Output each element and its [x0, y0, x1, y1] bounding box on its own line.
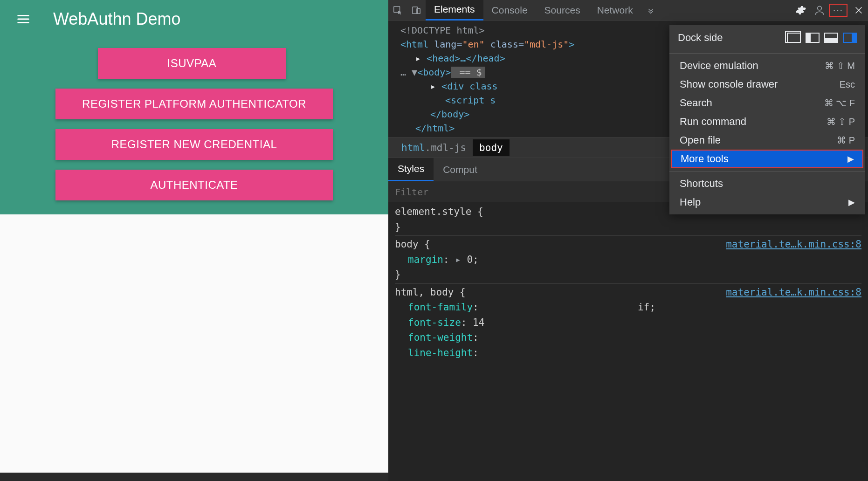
dom-div: <div class [441, 81, 497, 92]
css-lh: line-height [408, 347, 473, 358]
dom-collapse-prefix: … ▼ [400, 67, 417, 78]
webpage-viewport: WebAuthn Demo ISUVPAA REGISTER PLATFORM … [0, 0, 388, 481]
menu-run-command[interactable]: Run command⌘ ⇧ P [669, 112, 865, 131]
menu-help[interactable]: Help▶ [669, 193, 865, 212]
css-brace-close-2: } [395, 269, 401, 280]
dom-class-val: "mdl-js" [524, 39, 569, 50]
css-brace-close: } [395, 221, 401, 233]
svg-rect-2 [417, 8, 420, 14]
page-title: WebAuthn Demo [53, 9, 180, 29]
dom-body-close: </body> [430, 109, 469, 120]
css-if: if; [638, 302, 655, 313]
dom-script: <script s [445, 95, 496, 106]
page-body [0, 214, 388, 473]
page-footer-bar [0, 473, 388, 481]
css-fw: font-weight [408, 332, 473, 343]
menu-shortcuts-label: Shortcuts [680, 178, 855, 190]
crumb-html[interactable]: html.mdl-js [395, 139, 473, 156]
menu-device-emulation[interactable]: Device emulation⌘ ⇧ M [669, 56, 865, 75]
chevron-right-icon: ▶ [847, 154, 854, 164]
dom-selected-indicator: == $ [451, 67, 484, 78]
menu-search[interactable]: Search⌘ ⌥ F [669, 94, 865, 112]
tab-elements[interactable]: Elements [426, 0, 483, 21]
authenticate-button[interactable]: AUTHENTICATE [55, 170, 333, 200]
tab-network[interactable]: Network [589, 0, 641, 21]
css-source-link-2[interactable]: material.te…k.min.css:8 [726, 285, 861, 300]
menu-search-kb: ⌘ ⌥ F [824, 97, 855, 109]
settings-menu: Dock side Device emulation⌘ ⇧ M Show con… [669, 25, 865, 214]
menu-open-file[interactable]: Open file⌘ P [669, 131, 865, 150]
page-titlebar: WebAuthn Demo [0, 0, 388, 38]
inspect-icon[interactable] [388, 0, 407, 21]
menu-device-kb: ⌘ ⇧ M [825, 60, 855, 71]
menu-console-drawer[interactable]: Show console drawerEsc [669, 75, 865, 94]
css-margin-prop: margin [408, 254, 443, 265]
crumb-html-text: html [401, 142, 425, 153]
isuvpaa-button[interactable]: ISUVPAA [98, 48, 286, 79]
menu-help-label: Help [680, 196, 848, 208]
menu-more-label: More tools [681, 153, 847, 165]
dom-head: <head>…</head> [427, 53, 505, 64]
devtools-topbar: Elements Console Sources Network ⋯ [388, 0, 868, 21]
dom-body-open: <body> [417, 67, 451, 78]
dock-icons [787, 33, 857, 43]
button-column: ISUVPAA REGISTER PLATFORM AUTHENTICATOR … [0, 38, 388, 200]
css-margin-val: 0 [467, 254, 473, 265]
menu-search-label: Search [680, 97, 824, 109]
account-icon[interactable] [810, 0, 829, 21]
dom-html-open: <html [400, 39, 434, 50]
dom-html-end: </html> [415, 123, 455, 134]
menu-device-label: Device emulation [680, 60, 825, 72]
dock-bottom-icon[interactable] [824, 33, 838, 43]
css-fs: font-size [408, 317, 461, 328]
tab-styles[interactable]: Styles [388, 158, 434, 181]
tab-computed[interactable]: Comput [434, 158, 487, 181]
css-elstyle: element.style { [395, 206, 483, 217]
menu-separator [669, 53, 865, 54]
tab-console[interactable]: Console [483, 0, 536, 21]
css-ff: font-family [408, 302, 473, 313]
dock-side-label: Dock side [678, 32, 787, 44]
dock-side-row: Dock side [669, 25, 865, 50]
crumb-body[interactable]: body [473, 139, 510, 156]
menu-drawer-kb: Esc [840, 79, 855, 90]
menu-run-kb: ⌘ ⇧ P [827, 116, 855, 127]
menu-run-label: Run command [680, 116, 827, 128]
dom-class-attr: class= [485, 39, 524, 50]
svg-point-3 [818, 6, 822, 10]
css-rules-pane[interactable]: element.style { } material.te…k.min.css:… [388, 202, 868, 481]
dock-left-icon[interactable] [806, 33, 820, 43]
dom-html-close: > [569, 39, 574, 50]
devtools-panel: Elements Console Sources Network ⋯ <!DOC… [388, 0, 868, 481]
menu-more-tools[interactable]: More tools▶ [671, 150, 863, 168]
menu-shortcuts[interactable]: Shortcuts [669, 174, 865, 193]
hamburger-icon[interactable] [12, 8, 34, 30]
css-source-link-1[interactable]: material.te…k.min.css:8 [726, 237, 861, 252]
device-toggle-icon[interactable] [407, 0, 426, 21]
chevron-right-icon-2: ▶ [848, 197, 855, 207]
dom-doctype: <!DOCTYPE html> [400, 25, 485, 36]
register-new-button[interactable]: REGISTER NEW CREDENTIAL [55, 129, 333, 160]
register-platform-button[interactable]: REGISTER PLATFORM AUTHENTICATOR [55, 89, 333, 119]
menu-separator-2 [669, 171, 865, 172]
page-header: WebAuthn Demo ISUVPAA REGISTER PLATFORM … [0, 0, 388, 214]
menu-open-label: Open file [680, 134, 837, 146]
tab-sources[interactable]: Sources [536, 0, 589, 21]
tabs-overflow-icon[interactable] [641, 0, 660, 21]
menu-drawer-label: Show console drawer [680, 78, 840, 90]
dom-lang-attr: lang= [434, 39, 462, 50]
styles-filter-input[interactable] [388, 181, 514, 202]
close-icon[interactable] [849, 0, 868, 21]
dock-right-icon[interactable] [843, 33, 857, 43]
dock-undock-icon[interactable] [787, 33, 801, 43]
css-body-sel: body { [395, 239, 430, 250]
gear-icon[interactable] [792, 0, 810, 21]
dom-lang-val: "en" [462, 39, 484, 50]
css-fs-val: 14 [473, 317, 484, 328]
menu-open-kb: ⌘ P [837, 135, 855, 146]
crumb-mdl: .mdl-js [425, 142, 467, 153]
more-menu-button[interactable]: ⋯ [829, 4, 847, 17]
css-htmlbody-sel: html, body { [395, 287, 466, 298]
